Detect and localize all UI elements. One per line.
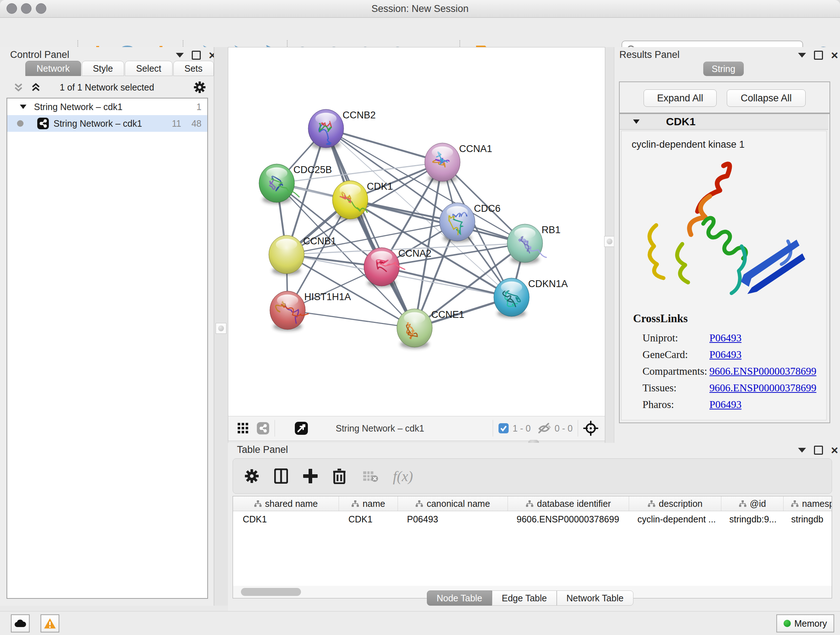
float-panel-icon[interactable]	[192, 51, 201, 60]
application-window: Session: New Session	[0, 0, 840, 635]
crosslinks-list: Uniprot:P06493GeneCard:P06493Compartment…	[643, 329, 816, 413]
tab-network-table[interactable]: Network Table	[557, 591, 633, 606]
node-label: CDC6	[474, 203, 501, 214]
memory-button[interactable]: Memory	[776, 614, 834, 632]
node-label: HIST1H1A	[304, 291, 351, 302]
column-header-shared-name[interactable]: shared name	[233, 496, 339, 511]
crosslink-link[interactable]: P06493	[709, 332, 742, 344]
apply-function-icon[interactable]: f(x)	[393, 468, 413, 485]
node-table[interactable]: shared namenamecanonical namedatabase id…	[233, 496, 832, 586]
string-network-icon	[37, 117, 49, 130]
crosslink-link[interactable]: 9606.ENSP00000378699	[709, 382, 816, 394]
crosslink-link[interactable]: P06493	[709, 348, 742, 361]
expand-all-button[interactable]: Expand All	[644, 89, 717, 107]
cloud-button[interactable]	[11, 614, 30, 632]
string-view-icon[interactable]	[256, 422, 270, 435]
birdseye-view-icon[interactable]	[294, 421, 308, 435]
table-cell[interactable]: CDK1	[233, 511, 339, 527]
crosslink-label: Pharos:	[643, 399, 709, 410]
collection-count: 1	[196, 102, 202, 112]
title-bar: Session: New Session	[0, 0, 840, 18]
control-panel-tabs: Network Style Select Sets	[25, 61, 215, 76]
entry-collapse-icon[interactable]	[633, 119, 640, 125]
table-cell[interactable]: stringdb	[782, 511, 832, 527]
tab-network[interactable]: Network	[25, 61, 81, 76]
tree-expand-icon[interactable]	[19, 104, 27, 110]
node-label: CCNB2	[343, 110, 376, 120]
entry-header[interactable]: CDK1	[620, 114, 828, 130]
table-cell[interactable]: stringdb:9...	[720, 511, 782, 527]
table-row[interactable]: CDK1CDK1P064939606.ENSP00000378699cyclin…	[233, 511, 832, 527]
add-column-icon[interactable]	[303, 469, 317, 483]
left-splitter[interactable]	[214, 47, 228, 606]
tab-edge-table[interactable]: Edge Table	[492, 591, 557, 606]
column-header-name[interactable]: name	[339, 496, 398, 511]
float-panel-icon[interactable]	[814, 51, 823, 60]
crosslink-row: Tissues:9606.ENSP00000378699	[643, 379, 816, 396]
network-edge-count: 48	[191, 119, 202, 129]
tab-string[interactable]: String	[703, 62, 744, 76]
network-selection-status: 1 of 1 Network selected	[0, 82, 214, 93]
close-panel-icon[interactable]: ×	[831, 52, 838, 59]
delete-column-trash-icon[interactable]	[333, 468, 346, 484]
show-columns-icon[interactable]	[274, 469, 288, 484]
crosslink-link[interactable]: P06493	[709, 399, 742, 410]
close-panel-icon[interactable]: ×	[831, 447, 838, 454]
selected-count: 1 - 0	[513, 423, 531, 434]
network-collection-row[interactable]: String Network – cdk1 1	[7, 98, 207, 115]
scrollbar-thumb[interactable]	[241, 588, 301, 596]
entry-description: cyclin-dependent kinase 1	[632, 139, 745, 150]
selected-checkbox-icon[interactable]	[498, 423, 509, 434]
collapse-all-button[interactable]: Collapse All	[727, 89, 806, 107]
network-view-toolbar: String Network – cdk1 1 - 0 0 - 0	[228, 416, 605, 440]
column-header-canonical-name[interactable]: canonical name	[398, 496, 508, 511]
table-cell[interactable]: CDK1	[339, 511, 397, 527]
network-row[interactable]: String Network – cdk1 11 48	[7, 115, 207, 132]
warning-icon	[44, 618, 56, 629]
table-cell[interactable]: 9606.ENSP00000378699	[507, 511, 628, 527]
tab-node-table[interactable]: Node Table	[427, 591, 492, 606]
panel-menu-icon[interactable]	[798, 448, 806, 453]
left-splitter-grip[interactable]	[216, 323, 226, 334]
table-cell[interactable]: cyclin-dependent ...	[628, 511, 720, 527]
warnings-button[interactable]	[41, 614, 59, 632]
table-panel-title: Table Panel	[237, 444, 288, 455]
hidden-eye-icon[interactable]	[537, 422, 551, 434]
crosslink-row: GeneCard:P06493	[643, 346, 816, 363]
table-cell[interactable]: P06493	[397, 511, 507, 527]
node-label: CCNE1	[431, 309, 464, 320]
right-splitter-grip[interactable]	[604, 236, 615, 247]
network-view: CCNB2CCNA1CDC25BCDK1CDC6RB1CCNB1CCNA2CDK…	[228, 47, 606, 441]
crosslink-link[interactable]: 9606.ENSP00000378699	[709, 365, 816, 377]
right-splitter[interactable]	[605, 47, 614, 443]
panel-menu-icon[interactable]	[176, 53, 184, 57]
clear-table-icon[interactable]	[363, 470, 378, 482]
cloud-icon	[14, 619, 27, 628]
crosslink-row: Compartments:9606.ENSP00000378699	[643, 363, 816, 379]
network-label: String Network – cdk1	[54, 119, 142, 129]
fit-selected-crosshair-icon[interactable]	[583, 421, 598, 436]
node-label: RB1	[542, 225, 561, 235]
entry-name: CDK1	[666, 116, 696, 128]
network-options-gear-icon[interactable]	[194, 81, 206, 93]
node-label: CCNA1	[459, 143, 493, 154]
column-header-database-identifier[interactable]: database identifier	[508, 496, 629, 511]
column-header--id[interactable]: @id	[722, 496, 783, 511]
crosslink-label: GeneCard:	[643, 348, 709, 361]
network-node-count: 11	[172, 119, 181, 129]
table-toolbar: f(x)	[233, 458, 832, 494]
float-panel-icon[interactable]	[814, 446, 823, 455]
tab-select[interactable]: Select	[125, 61, 172, 76]
results-panel-title: Results Panel	[619, 49, 680, 60]
column-header-description[interactable]: description	[629, 496, 722, 511]
table-settings-gear-icon[interactable]	[245, 469, 259, 483]
tab-sets[interactable]: Sets	[173, 61, 214, 76]
node-label: CCNB1	[303, 236, 336, 247]
crosslinks-title: CrossLinks	[633, 312, 688, 325]
grid-view-icon[interactable]	[238, 423, 248, 434]
tab-style[interactable]: Style	[82, 61, 125, 76]
table-panel: Table Panel × f(x) shared na	[228, 443, 840, 611]
panel-menu-icon[interactable]	[798, 53, 806, 57]
network-canvas[interactable]: CCNB2CCNA1CDC25BCDK1CDC6RB1CCNB1CCNA2CDK…	[229, 48, 605, 416]
column-header-namespace[interactable]: namespace	[783, 496, 832, 511]
